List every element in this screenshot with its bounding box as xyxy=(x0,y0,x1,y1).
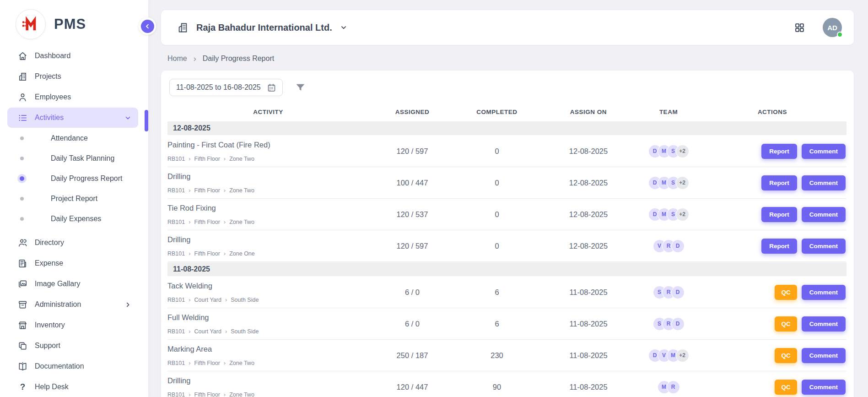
completed-value: 6 xyxy=(456,320,538,328)
sidebar-item-documentation[interactable]: Documentation xyxy=(7,356,138,376)
sidebar-item-label: Directory xyxy=(35,239,64,247)
comment-button[interactable]: Comment xyxy=(802,316,846,332)
sidebar-subitem-daily-task-planning[interactable]: Daily Task Planning xyxy=(0,148,148,169)
date-group-header: 12-08-2025 xyxy=(167,121,846,135)
sidebar-item-label: Help Desk xyxy=(35,383,69,391)
sidebar-item-label: Projects xyxy=(35,72,61,81)
activity-name: Drilling xyxy=(167,376,369,385)
app-title: PMS xyxy=(54,16,86,33)
table-row: Tie Rod Fixing RB101›Fifth Floor›Zone Tw… xyxy=(167,199,846,230)
sidebar-collapse-button[interactable] xyxy=(139,17,156,35)
home-icon xyxy=(17,51,28,61)
sidebar-item-label: Employees xyxy=(35,93,71,101)
activity-name: Marking Area xyxy=(167,345,369,353)
bullet-icon xyxy=(20,217,24,221)
sidebar-subitem-daily-expenses[interactable]: Daily Expenses xyxy=(0,209,148,229)
column-header-team: TEAM xyxy=(639,109,698,115)
sidebar-subitem-daily-progress-report[interactable]: Daily Progress Report xyxy=(0,169,148,189)
qc-button[interactable]: QC xyxy=(775,380,797,395)
qc-button[interactable]: QC xyxy=(775,316,797,332)
table-row: Drilling RB101›Fifth Floor›Zone One 120 … xyxy=(167,230,846,262)
comment-button[interactable]: Comment xyxy=(802,207,846,222)
comment-button[interactable]: Comment xyxy=(802,175,846,190)
activity-location-path: RB101›Court Yard›South Side xyxy=(167,328,369,335)
sidebar-item-expense[interactable]: Expense xyxy=(7,253,138,273)
sidebar-item-label: Documentation xyxy=(35,362,84,370)
assigned-value: 6 / 0 xyxy=(369,288,456,297)
archive-icon xyxy=(17,299,28,310)
breadcrumb-home-link[interactable]: Home xyxy=(167,54,187,63)
activity-location-path: RB101›Fifth Floor›Zone Two xyxy=(167,392,369,397)
sidebar-item-directory[interactable]: Directory xyxy=(7,233,138,253)
sidebar-item-label: Administration xyxy=(35,300,81,309)
comment-button[interactable]: Comment xyxy=(802,239,846,254)
breadcrumb-current: Daily Progress Report xyxy=(203,54,275,63)
report-button[interactable]: Report xyxy=(761,239,797,254)
activity-name: Painting - First Coat (Fire Red) xyxy=(167,141,369,149)
date-range-input[interactable]: 11-08-2025 to 16-08-2025 xyxy=(169,79,283,96)
copy-icon xyxy=(17,341,28,351)
people-icon xyxy=(17,238,28,248)
bullet-icon xyxy=(20,157,24,160)
team-avatars: VRD xyxy=(639,240,698,252)
sidebar-subitem-label: Daily Progress Report xyxy=(51,174,123,183)
sidebar-item-inventory[interactable]: Inventory xyxy=(7,315,138,335)
qc-button[interactable]: QC xyxy=(775,348,797,363)
comment-button[interactable]: Comment xyxy=(802,285,846,300)
sidebar-item-employees[interactable]: Employees xyxy=(7,87,138,107)
sidebar-item-help-desk[interactable]: ? Help Desk xyxy=(7,377,138,397)
completed-value: 0 xyxy=(456,210,538,219)
sidebar-item-activities[interactable]: Activities xyxy=(7,108,138,128)
chevron-right-icon: › xyxy=(194,55,196,62)
assign-on-value: 12-08-2025 xyxy=(538,242,639,250)
assigned-value: 120 / 597 xyxy=(369,147,456,156)
report-button[interactable]: Report xyxy=(761,144,797,159)
column-header-actions: ACTIONS xyxy=(698,109,846,115)
company-selector[interactable]: Raja Bahadur International Ltd. xyxy=(177,22,348,34)
team-avatars: DMS+2 xyxy=(639,177,698,189)
comment-button[interactable]: Comment xyxy=(802,380,846,395)
completed-value: 90 xyxy=(456,383,538,392)
table-row: Full Welding RB101›Court Yard›South Side… xyxy=(167,308,846,340)
sidebar-subitem-label: Daily Task Planning xyxy=(51,154,114,163)
chevron-right-icon xyxy=(124,301,132,309)
report-button[interactable]: Report xyxy=(761,207,797,222)
assign-on-value: 11-08-2025 xyxy=(538,351,639,360)
assigned-value: 120 / 447 xyxy=(369,383,456,392)
sidebar-subitem-attendance[interactable]: Attendance xyxy=(0,128,148,148)
team-avatars: SRD xyxy=(639,318,698,330)
sidebar-item-image-gallary[interactable]: Image Gallary xyxy=(7,274,138,294)
sidebar-subitem-label: Attendance xyxy=(51,134,88,142)
sidebar-subitem-label: Daily Expenses xyxy=(51,215,101,223)
bullet-icon xyxy=(20,197,24,201)
assigned-value: 120 / 597 xyxy=(369,242,456,250)
comment-button[interactable]: Comment xyxy=(802,144,846,159)
activity-location-path: RB101›Fifth Floor›Zone Two xyxy=(167,187,369,194)
assign-on-value: 12-08-2025 xyxy=(538,210,639,219)
comment-button[interactable]: Comment xyxy=(802,348,846,363)
qc-button[interactable]: QC xyxy=(775,285,797,300)
column-header-assign-on: ASSIGN ON xyxy=(538,109,639,115)
report-card: 11-08-2025 to 16-08-2025 ACTIVITY ASSIGN… xyxy=(161,71,854,397)
avatar-initials: AD xyxy=(827,24,837,32)
sidebar-item-projects[interactable]: Projects xyxy=(7,66,138,87)
sidebar-item-dashboard[interactable]: Dashboard xyxy=(7,46,138,66)
sidebar-item-support[interactable]: Support xyxy=(7,336,138,356)
team-avatars: MR xyxy=(639,381,698,393)
team-avatars: SRD xyxy=(639,286,698,299)
sidebar-subitem-project-report[interactable]: Project Report xyxy=(0,189,148,209)
sidebar-item-label: Support xyxy=(35,342,60,350)
list-icon xyxy=(17,113,28,123)
apps-grid-icon[interactable] xyxy=(794,22,805,33)
online-status-dot xyxy=(837,32,843,38)
report-button[interactable]: Report xyxy=(761,175,797,190)
filter-icon[interactable] xyxy=(295,82,306,93)
assign-on-value: 11-08-2025 xyxy=(538,320,639,328)
user-avatar[interactable]: AD xyxy=(823,18,842,37)
activity-name: Drilling xyxy=(167,172,369,181)
pms-logo-icon xyxy=(16,9,46,39)
activity-location-path: RB101›Court Yard›South Side xyxy=(167,297,369,303)
activity-name: Tie Rod Fixing xyxy=(167,204,369,212)
sidebar-item-label: Inventory xyxy=(35,321,65,329)
sidebar-item-administration[interactable]: Administration xyxy=(7,294,138,315)
